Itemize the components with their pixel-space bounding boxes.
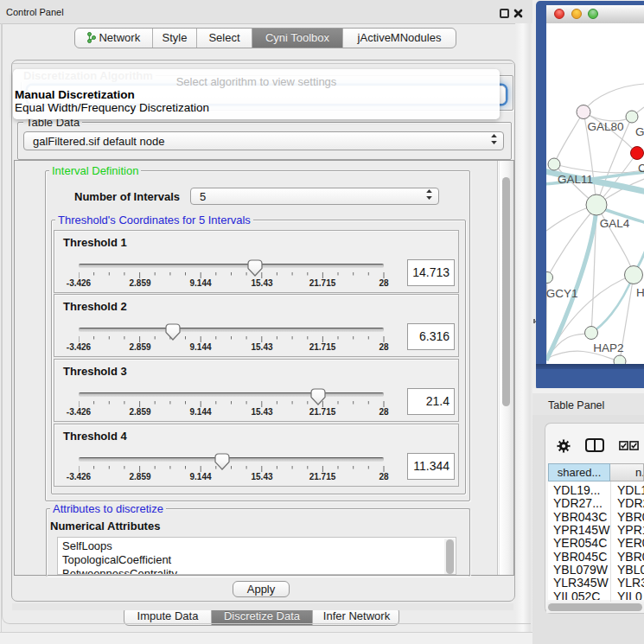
svg-text:GAL11: GAL11 xyxy=(558,173,593,186)
svg-text:GCY1: GCY1 xyxy=(546,287,577,300)
svg-text:C: C xyxy=(638,162,644,175)
svg-text:GAL80: GAL80 xyxy=(587,120,623,133)
svg-text:G.: G. xyxy=(635,125,644,138)
svg-text:HAP2: HAP2 xyxy=(593,341,623,354)
svg-text:GAL4: GAL4 xyxy=(600,217,630,230)
svg-text:H: H xyxy=(636,286,644,299)
